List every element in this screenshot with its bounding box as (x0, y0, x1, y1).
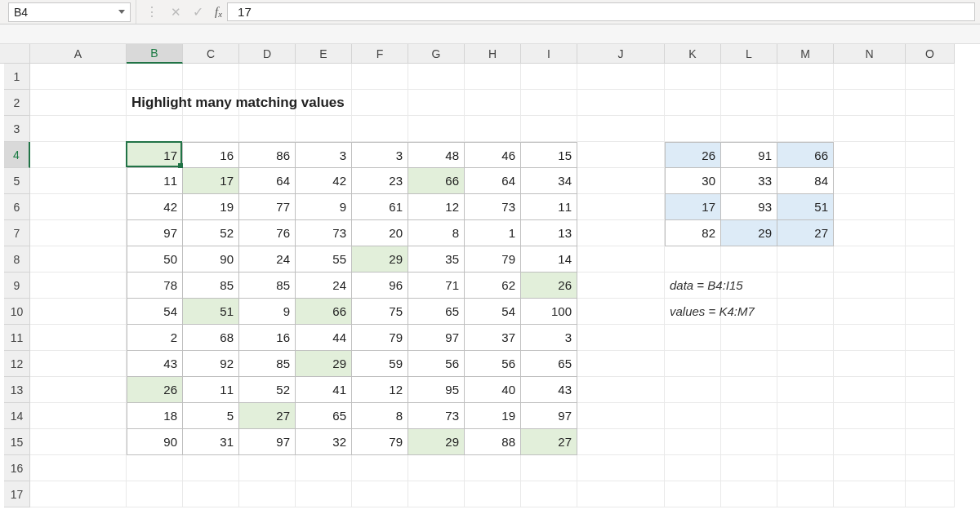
cell-B3[interactable] (127, 116, 183, 142)
cell-H12[interactable]: 56 (465, 351, 521, 377)
cell-J13[interactable] (577, 377, 665, 403)
cell-C5[interactable]: 17 (183, 168, 239, 194)
cell-C3[interactable] (183, 116, 239, 142)
enter-icon[interactable]: ✓ (193, 4, 203, 20)
cell-K3[interactable] (665, 116, 721, 142)
cell-H9[interactable]: 62 (465, 273, 521, 299)
column-header-A[interactable]: A (30, 44, 127, 64)
cell-L17[interactable] (721, 481, 777, 507)
cell-B11[interactable]: 2 (127, 325, 183, 351)
cell-C16[interactable] (183, 455, 239, 481)
cell-L6[interactable]: 93 (721, 194, 777, 220)
cell-O4[interactable] (906, 142, 955, 168)
cell-C9[interactable]: 85 (183, 273, 239, 299)
cell-I14[interactable]: 97 (521, 403, 577, 429)
cell-B17[interactable] (127, 481, 183, 507)
column-header-F[interactable]: F (352, 44, 408, 64)
cell-J8[interactable] (577, 246, 665, 273)
cell-M3[interactable] (777, 116, 834, 142)
cell-D8[interactable]: 24 (239, 246, 296, 273)
cell-N9[interactable] (834, 273, 906, 299)
cell-H8[interactable]: 79 (465, 246, 521, 273)
cell-O5[interactable] (906, 168, 955, 194)
cell-B1[interactable] (127, 64, 183, 90)
column-header-D[interactable]: D (239, 44, 296, 64)
cell-M8[interactable] (777, 246, 834, 273)
cell-O3[interactable] (906, 116, 955, 142)
cell-F2[interactable] (352, 90, 408, 116)
cell-D3[interactable] (239, 116, 296, 142)
cell-B7[interactable]: 97 (127, 220, 183, 246)
column-header-E[interactable]: E (296, 44, 352, 64)
cell-G11[interactable]: 97 (408, 325, 465, 351)
cell-F10[interactable]: 75 (352, 299, 408, 325)
row-header-5[interactable]: 5 (4, 168, 30, 194)
cell-H6[interactable]: 73 (465, 194, 521, 220)
row-header-11[interactable]: 11 (4, 325, 30, 351)
row-header-1[interactable]: 1 (4, 64, 30, 90)
cell-F5[interactable]: 23 (352, 168, 408, 194)
cell-B12[interactable]: 43 (127, 351, 183, 377)
cell-F3[interactable] (352, 116, 408, 142)
cell-D12[interactable]: 85 (239, 351, 296, 377)
cell-L3[interactable] (721, 116, 777, 142)
cell-N3[interactable] (834, 116, 906, 142)
cell-J6[interactable] (577, 194, 665, 220)
cell-K12[interactable] (665, 351, 721, 377)
cell-N15[interactable] (834, 429, 906, 455)
cell-I3[interactable] (521, 116, 577, 142)
cell-M17[interactable] (777, 481, 834, 507)
cell-N2[interactable] (834, 90, 906, 116)
cell-I7[interactable]: 13 (521, 220, 577, 246)
cell-K1[interactable] (665, 64, 721, 90)
cell-C17[interactable] (183, 481, 239, 507)
cell-C1[interactable] (183, 64, 239, 90)
cell-F6[interactable]: 61 (352, 194, 408, 220)
cell-L16[interactable] (721, 455, 777, 481)
name-box[interactable]: B4 (8, 2, 131, 22)
cell-I17[interactable] (521, 481, 577, 507)
cell-G17[interactable] (408, 481, 465, 507)
cell-C10[interactable]: 51 (183, 299, 239, 325)
cell-F1[interactable] (352, 64, 408, 90)
cell-I9[interactable]: 26 (521, 273, 577, 299)
cell-E12[interactable]: 29 (296, 351, 352, 377)
cell-N7[interactable] (834, 220, 906, 246)
cell-M12[interactable] (777, 351, 834, 377)
cell-G12[interactable]: 56 (408, 351, 465, 377)
cell-A15[interactable] (30, 429, 127, 455)
cell-H2[interactable] (465, 90, 521, 116)
cell-B13[interactable]: 26 (127, 377, 183, 403)
cell-D5[interactable]: 64 (239, 168, 296, 194)
cell-M10[interactable] (777, 299, 834, 325)
cell-I16[interactable] (521, 455, 577, 481)
cell-K14[interactable] (665, 403, 721, 429)
row-header-3[interactable]: 3 (4, 116, 30, 142)
cell-O1[interactable] (906, 64, 955, 90)
cell-G7[interactable]: 8 (408, 220, 465, 246)
cell-F4[interactable]: 3 (352, 142, 408, 168)
cell-K17[interactable] (665, 481, 721, 507)
cell-B6[interactable]: 42 (127, 194, 183, 220)
cancel-icon[interactable]: ✕ (171, 5, 181, 20)
row-header-13[interactable]: 13 (4, 377, 30, 403)
cell-H10[interactable]: 54 (465, 299, 521, 325)
cell-E16[interactable] (296, 455, 352, 481)
cell-N17[interactable] (834, 481, 906, 507)
cell-C7[interactable]: 52 (183, 220, 239, 246)
cell-E9[interactable]: 24 (296, 273, 352, 299)
column-header-M[interactable]: M (777, 44, 834, 64)
cell-H5[interactable]: 64 (465, 168, 521, 194)
cell-A2[interactable] (30, 90, 127, 116)
cell-F7[interactable]: 20 (352, 220, 408, 246)
cell-M6[interactable]: 51 (777, 194, 834, 220)
cell-O6[interactable] (906, 194, 955, 220)
cell-G4[interactable]: 48 (408, 142, 465, 168)
cell-O12[interactable] (906, 351, 955, 377)
column-header-C[interactable]: C (183, 44, 239, 64)
cell-J14[interactable] (577, 403, 665, 429)
formula-bar-expand-icon[interactable]: ⋮ (145, 4, 159, 20)
cell-C13[interactable]: 11 (183, 377, 239, 403)
cell-N14[interactable] (834, 403, 906, 429)
cell-C8[interactable]: 90 (183, 246, 239, 273)
